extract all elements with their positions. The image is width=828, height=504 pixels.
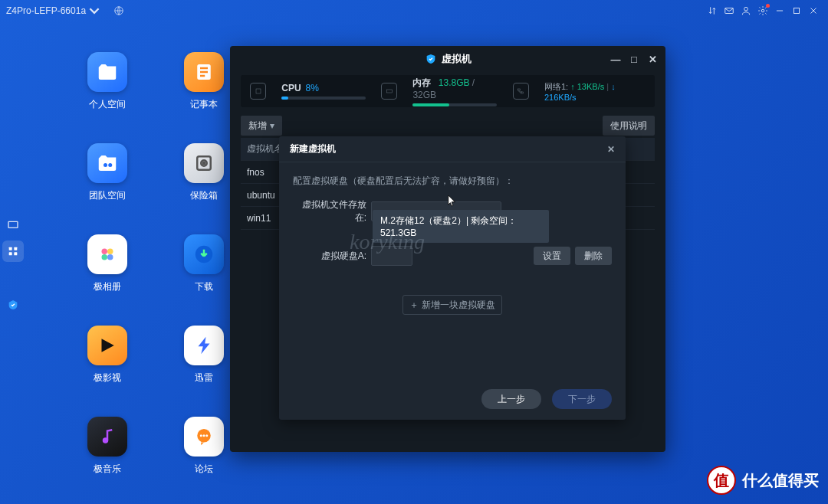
mem-bar [412,103,449,106]
svg-rect-9 [14,252,17,255]
label-storage-location: 虚拟机文件存放在: [293,198,366,224]
mem-used: 13.8GB [439,77,470,88]
svg-rect-5 [8,221,18,227]
cpu-bar [281,97,288,100]
svg-rect-8 [9,252,12,255]
vm-window-titlebar[interactable]: 虚拟机 — □ ✕ [230,46,665,72]
svg-point-23 [200,434,202,437]
disk-a-input[interactable] [371,246,412,266]
smzdm-text: 什么值得买 [742,470,819,491]
storage-dropdown-option[interactable]: M.2存储12（硬盘2）| 剩余空间：521.3GB [373,210,549,243]
prev-step-button[interactable]: 上一步 [481,389,541,409]
vm-stats-bar: CPU8% 内存 13.8GB / 32GB 网络1: ↑ 13KB/s | ↓… [241,75,655,107]
add-disk-button[interactable]: ＋新增一块虚拟硬盘 [402,295,502,315]
vm-window: 虚拟机 — □ ✕ CPU8% 内存 13.8GB / 32GB 网络1: ↑ … [230,46,665,452]
label-disk-a: 虚拟硬盘A: [293,250,366,263]
svg-rect-27 [386,90,392,93]
svg-rect-6 [9,247,12,250]
cpu-chip-icon [250,83,266,100]
vm-window-title: 虚拟机 [442,52,472,66]
globe-icon[interactable] [110,2,127,19]
svg-rect-4 [794,8,800,14]
next-step-button[interactable]: 下一步 [552,389,612,409]
modal-hint: 配置虚拟硬盘（硬盘配置后无法扩容，请做好预留）： [293,175,612,188]
icon-music[interactable]: 极音乐 [61,417,153,476]
svg-point-19 [107,254,113,260]
net-down: 216KB/s [544,93,577,102]
svg-point-16 [102,249,108,255]
help-button[interactable]: 使用说明 [603,116,655,136]
device-name: Z4Pro-LEFP-6601a [6,5,86,16]
new-vm-modal: 新建虚拟机 ✕ 配置虚拟硬盘（硬盘配置后无法扩容，请做好预留）： 虚拟机文件存放… [279,136,626,420]
svg-rect-7 [14,247,17,250]
smzdm-badge: 值 什么值得买 [707,466,819,495]
system-topbar: Z4Pro-LEFP-6601a [0,0,828,21]
vm-close-button[interactable]: ✕ [644,51,661,67]
ram-chip-icon [381,83,397,100]
icon-team-space[interactable]: 团队空间 [61,143,153,202]
svg-point-15 [203,162,205,165]
svg-point-18 [102,254,108,260]
icon-photo-album[interactable]: 极相册 [61,234,153,293]
rail-dashboard[interactable] [2,214,24,236]
icon-video[interactable]: 极影视 [61,326,153,385]
cpu-percent: 8% [306,83,319,93]
user-icon[interactable] [738,2,754,19]
net-up: 13KB/s [577,82,604,91]
rail-apps[interactable] [2,241,24,262]
net-chip-icon [513,83,529,100]
svg-point-24 [203,434,205,437]
svg-point-2 [744,7,748,11]
vm-maximize-button[interactable]: □ [626,51,642,67]
modal-title: 新建虚拟机 [290,142,336,155]
maximize-button[interactable] [788,2,805,19]
notification-dot [766,4,770,8]
minimize-button[interactable] [771,2,788,19]
svg-rect-1 [725,8,734,14]
shield-icon [425,53,437,65]
disk-settings-button[interactable]: 设置 [534,247,570,265]
svg-rect-26 [256,89,261,93]
chevron-down-icon [89,5,100,16]
left-rail [0,214,26,316]
close-button[interactable] [805,2,822,19]
add-vm-button[interactable]: 新增 ▾ [241,116,282,136]
desktop-grid: 个人空间 记事本 团队空间 保险箱 极相册 下载 极影视 迅雷 极音乐 论坛 [61,52,250,476]
disk-delete-button[interactable]: 删除 [575,247,612,265]
mem-total: 32GB [412,90,436,100]
svg-rect-28 [518,89,521,90]
svg-point-11 [104,163,107,167]
mail-icon[interactable] [721,2,738,19]
svg-rect-29 [521,92,524,93]
svg-point-17 [107,249,113,255]
svg-point-12 [108,163,112,167]
icon-personal-space[interactable]: 个人空间 [61,52,153,111]
smzdm-logo-icon: 值 [707,466,736,495]
rail-vm[interactable] [2,294,24,316]
modal-close-button[interactable]: ✕ [603,141,619,158]
settings-icon[interactable] [754,2,771,19]
vm-toolbar: 新增 ▾ 使用说明 [241,113,655,138]
transfer-icon[interactable] [704,2,721,19]
svg-point-25 [205,434,208,437]
device-selector[interactable]: Z4Pro-LEFP-6601a [6,5,100,16]
svg-point-3 [761,9,764,12]
vm-minimize-button[interactable]: — [607,51,624,67]
